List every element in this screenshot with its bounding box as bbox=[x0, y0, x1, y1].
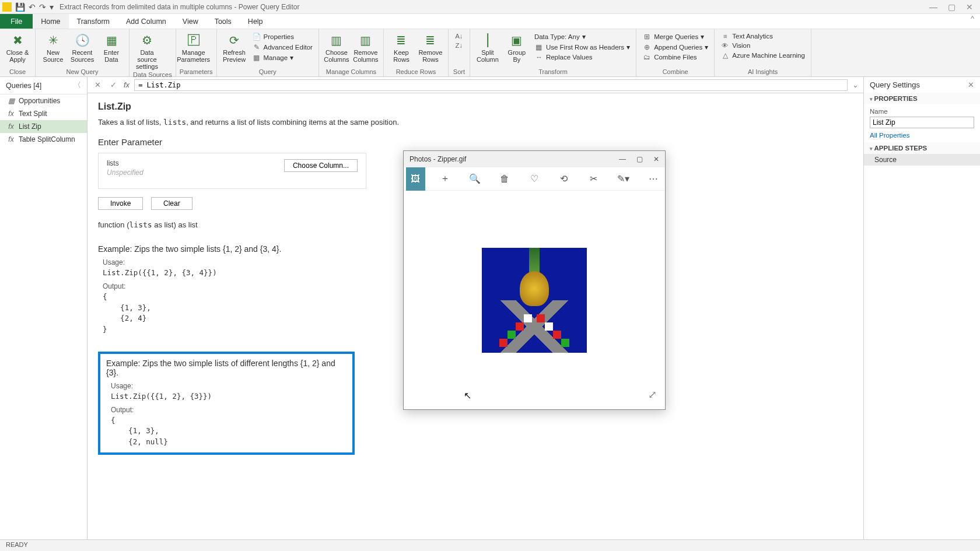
photos-toolbar: 🖼 ＋ 🔍 🗑 ♡ ⟲ ✂ ✎▾ ⋯ bbox=[404, 167, 665, 191]
all-properties-link[interactable]: All Properties bbox=[870, 132, 974, 139]
photos-view-icon[interactable]: 🖼 bbox=[406, 167, 425, 191]
example-2: Example: Zips the two simple lists of di… bbox=[98, 352, 355, 455]
query-name-input[interactable] bbox=[870, 117, 974, 128]
tab-file[interactable]: File bbox=[0, 14, 33, 29]
close-icon[interactable]: ✕ bbox=[966, 2, 973, 12]
photos-add-icon[interactable]: ＋ bbox=[436, 167, 455, 191]
enter-data-icon: ▦ bbox=[103, 33, 120, 48]
merge-icon: ⊞ bbox=[642, 33, 652, 41]
formula-input[interactable] bbox=[134, 79, 848, 91]
photos-crop-icon[interactable]: ✂ bbox=[584, 167, 603, 191]
close-settings-icon[interactable]: ✕ bbox=[968, 80, 974, 89]
query-item-text-split[interactable]: fxText Split bbox=[0, 107, 87, 120]
query-item-table-splitcolumn[interactable]: fxTable SplitColumn bbox=[0, 133, 87, 146]
photos-title-bar[interactable]: Photos - Zipper.gif — ▢ ✕ bbox=[404, 151, 665, 167]
formula-expand-icon[interactable]: ⌄ bbox=[852, 80, 859, 89]
data-source-settings-button[interactable]: ⚙Data source settings bbox=[133, 30, 161, 70]
tab-tools[interactable]: Tools bbox=[206, 14, 240, 29]
manage-parameters-button[interactable]: 🄿Manage Parameters bbox=[180, 30, 208, 63]
invoke-button[interactable]: Invoke bbox=[98, 197, 143, 210]
sort-asc-button[interactable]: A↓ bbox=[452, 31, 466, 41]
properties-button[interactable]: 📄Properties bbox=[250, 31, 315, 42]
remove-columns-button[interactable]: ▥Remove Columns bbox=[352, 30, 380, 63]
enter-data-button[interactable]: ▦Enter Data bbox=[97, 30, 125, 63]
split-column-button[interactable]: ⎮Split Column bbox=[474, 30, 502, 63]
window-title: Extract Records from delimited data in m… bbox=[60, 3, 300, 11]
tab-transform[interactable]: Transform bbox=[69, 14, 118, 29]
close-apply-button[interactable]: ✖ Close & Apply bbox=[4, 30, 32, 63]
applied-steps-section[interactable]: APPLIED STEPS bbox=[864, 142, 980, 154]
queries-pane: Queries [4] 〈 ▦Opportunities fxText Spli… bbox=[0, 77, 88, 539]
photos-maximize-icon[interactable]: ▢ bbox=[636, 155, 643, 163]
properties-section[interactable]: PROPERTIES bbox=[864, 93, 980, 104]
formula-bar: ✕ ✓ fx ⌄ bbox=[88, 77, 863, 93]
sort-desc-button[interactable]: Z↓ bbox=[452, 41, 466, 50]
photos-close-icon[interactable]: ✕ bbox=[653, 155, 659, 163]
photos-more-icon[interactable]: ⋯ bbox=[643, 167, 663, 191]
settings-header: Query Settings ✕ bbox=[864, 77, 980, 93]
query-item-list-zip[interactable]: fxList Zip bbox=[0, 120, 87, 133]
keep-rows-icon: ≣ bbox=[393, 33, 410, 48]
append-queries-button[interactable]: ⊕Append Queries ▾ bbox=[640, 42, 710, 52]
manage-parameters-icon: 🄿 bbox=[186, 33, 202, 48]
remove-rows-button[interactable]: ≣Remove Rows bbox=[416, 30, 444, 63]
clear-button[interactable]: Clear bbox=[151, 197, 192, 210]
combine-files-button[interactable]: 🗂Combine Files bbox=[640, 52, 710, 62]
choose-column-button[interactable]: Choose Column... bbox=[284, 159, 358, 172]
azure-ml-icon: △ bbox=[720, 51, 730, 59]
status-bar: READY bbox=[0, 539, 980, 551]
data-source-settings-icon: ⚙ bbox=[139, 33, 155, 48]
recent-sources-button[interactable]: 🕓Recent Sources bbox=[68, 30, 96, 63]
new-source-button[interactable]: ✳New Source bbox=[39, 30, 67, 63]
refresh-preview-button[interactable]: ⟳Refresh Preview bbox=[220, 30, 249, 63]
manage-button[interactable]: ▦Manage ▾ bbox=[250, 52, 315, 63]
undo-icon[interactable]: ↶ bbox=[29, 2, 36, 12]
photos-minimize-icon[interactable]: — bbox=[619, 155, 626, 163]
queries-header: Queries [4] 〈 bbox=[0, 77, 87, 94]
tab-home[interactable]: Home bbox=[33, 14, 68, 29]
example-2-usage: List.Zip({{1, 2}, {3}}) bbox=[111, 391, 346, 402]
tab-view[interactable]: View bbox=[174, 14, 206, 29]
merge-queries-button[interactable]: ⊞Merge Queries ▾ bbox=[640, 31, 710, 42]
minimize-icon[interactable]: — bbox=[929, 2, 937, 12]
save-icon[interactable]: 💾 bbox=[15, 2, 25, 12]
maximize-icon[interactable]: ▢ bbox=[948, 2, 956, 12]
photos-fullscreen-icon[interactable]: ⤢ bbox=[648, 388, 657, 401]
first-row-headers-button[interactable]: ▦Use First Row as Headers ▾ bbox=[532, 42, 632, 52]
keep-rows-button[interactable]: ≣Keep Rows bbox=[387, 30, 415, 63]
vision-button[interactable]: 👁Vision bbox=[718, 41, 807, 50]
step-source[interactable]: Source bbox=[864, 154, 980, 166]
choose-columns-button[interactable]: ▥Choose Columns bbox=[323, 30, 351, 63]
vision-icon: 👁 bbox=[720, 42, 730, 49]
collapse-queries-icon[interactable]: 〈 bbox=[74, 80, 81, 90]
photos-edit-icon[interactable]: ✎▾ bbox=[614, 167, 633, 191]
qat-dropdown-icon[interactable]: ▾ bbox=[50, 2, 54, 12]
group-by-button[interactable]: ▣Group By bbox=[503, 30, 531, 63]
group-by-icon: ▣ bbox=[509, 33, 525, 48]
photos-favorite-icon[interactable]: ♡ bbox=[525, 167, 544, 191]
azure-ml-button[interactable]: △Azure Machine Learning bbox=[718, 50, 807, 61]
replace-icon: ↔ bbox=[534, 54, 544, 61]
replace-values-button[interactable]: ↔Replace Values bbox=[532, 52, 632, 62]
photos-window[interactable]: Photos - Zipper.gif — ▢ ✕ 🖼 ＋ 🔍 🗑 ♡ ⟲ ✂ … bbox=[403, 150, 666, 410]
photos-delete-icon[interactable]: 🗑 bbox=[495, 167, 514, 191]
data-type-button[interactable]: Data Type: Any ▾ bbox=[532, 31, 632, 42]
advanced-editor-button[interactable]: ✎Advanced Editor bbox=[250, 42, 315, 52]
formula-cancel-icon[interactable]: ✕ bbox=[92, 80, 103, 89]
menu-tabs: File Home Transform Add Column View Tool… bbox=[0, 14, 980, 29]
redo-icon[interactable]: ↷ bbox=[39, 2, 46, 12]
photos-zoom-icon[interactable]: 🔍 bbox=[466, 167, 485, 191]
group-new-query: New Query bbox=[39, 67, 125, 76]
ribbon-collapse-icon[interactable]: ^ bbox=[965, 14, 980, 29]
title-bar: 💾 ↶ ↷ ▾ Extract Records from delimited d… bbox=[0, 0, 980, 14]
formula-accept-icon[interactable]: ✓ bbox=[108, 80, 119, 89]
tab-add-column[interactable]: Add Column bbox=[118, 14, 174, 29]
tab-help[interactable]: Help bbox=[240, 14, 271, 29]
fx-label-icon: fx bbox=[124, 80, 130, 89]
group-query: Query bbox=[220, 67, 315, 76]
fx-icon: fx bbox=[7, 122, 15, 131]
new-source-icon: ✳ bbox=[45, 33, 61, 48]
text-analytics-button[interactable]: ≡Text Analytics bbox=[718, 31, 807, 41]
photos-rotate-icon[interactable]: ⟲ bbox=[554, 167, 573, 191]
query-item-opportunities[interactable]: ▦Opportunities bbox=[0, 94, 87, 107]
